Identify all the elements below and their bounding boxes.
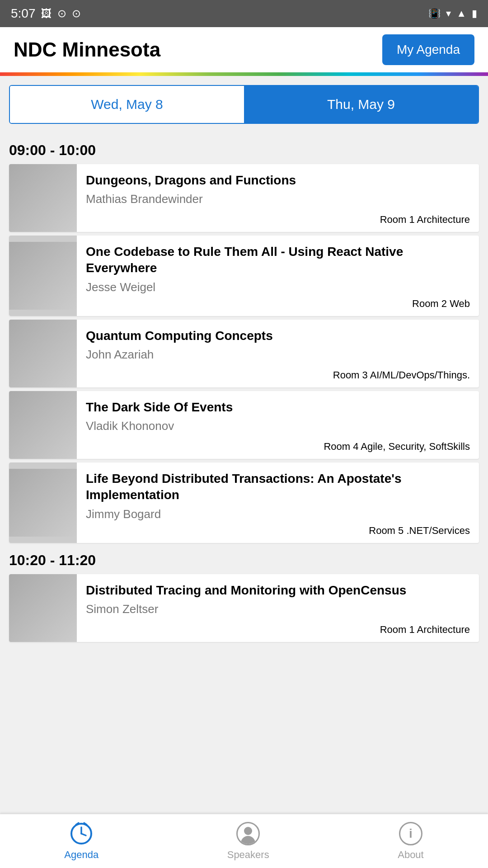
session-room: Room 1 Architecture [86, 624, 470, 636]
status-right-icons: 📳 ▾ ▲ ▮ [428, 8, 477, 19]
session-speaker: Jimmy Bogard [86, 507, 470, 521]
bottom-nav: Agenda Speakers i About [0, 814, 488, 868]
session-room: Room 1 Architecture [86, 214, 470, 226]
info-circle-icon: i [399, 822, 422, 845]
nav-item-speakers[interactable]: Speakers [209, 817, 287, 865]
signal-icon: ▲ [456, 8, 466, 19]
session-title: The Dark Side Of Events [86, 399, 470, 415]
session-thumb [9, 391, 77, 459]
session-speaker: Jesse Weigel [86, 280, 470, 294]
avatar-simon [9, 574, 77, 642]
tab-wed[interactable]: Wed, May 8 [10, 86, 244, 123]
session-room: Room 2 Web [86, 298, 470, 310]
nav-label-about: About [398, 849, 424, 861]
session-speaker: Mathias Brandewinder [86, 192, 470, 206]
session-speaker: John Azariah [86, 348, 470, 362]
avatar-mathias [9, 164, 77, 232]
wifi-icon: ▾ [446, 8, 451, 19]
session-card[interactable]: Distributed Tracing and Monitoring with … [9, 574, 479, 642]
about-icon: i [399, 822, 422, 845]
person-head [244, 827, 252, 835]
my-agenda-button[interactable]: My Agenda [382, 34, 474, 65]
session-title: One Codebase to Rule Them All - Using Re… [86, 244, 470, 277]
session-card[interactable]: Quantum Computing Concepts John Azariah … [9, 320, 479, 387]
person-body [241, 836, 255, 844]
session-info: Life Beyond Distributed Transactions: An… [77, 462, 479, 543]
session-card[interactable]: Life Beyond Distributed Transactions: An… [9, 462, 479, 543]
time-slot-2-header: 10:20 - 11:20 [9, 552, 479, 569]
svg-line-2 [81, 834, 86, 835]
avatar-vladik [9, 391, 77, 459]
session-room: Room 4 Agile, Security, SoftSkills [86, 441, 470, 453]
session-info: Quantum Computing Concepts John Azariah … [77, 320, 479, 387]
session-title: Quantum Computing Concepts [86, 328, 470, 344]
top-bar: NDC Minnesota My Agenda [0, 27, 488, 72]
session-title: Life Beyond Distributed Transactions: An… [86, 471, 470, 504]
status-bar: 5:07 🖼 ⊙ ⊙ 📳 ▾ ▲ ▮ [0, 0, 488, 27]
session-thumb [9, 462, 77, 543]
session-room: Room 3 AI/ML/DevOps/Things. [86, 369, 470, 381]
session-title: Dungeons, Dragons and Functions [86, 172, 470, 189]
avatar-jesse [9, 242, 77, 310]
schedule-content: 09:00 - 10:00 Dungeons, Dragons and Func… [0, 124, 488, 700]
photo-icon: 🖼 [41, 7, 52, 20]
session-thumb [9, 236, 77, 316]
avatar-john [9, 320, 77, 387]
status-time: 5:07 [11, 6, 36, 21]
nav-label-agenda: Agenda [64, 849, 99, 861]
session-thumb [9, 320, 77, 387]
time-slot-1-header: 09:00 - 10:00 [9, 142, 479, 159]
session-title: Distributed Tracing and Monitoring with … [86, 582, 470, 599]
session-speaker: Simon Zeltser [86, 602, 470, 616]
battery-icon: ▮ [472, 8, 477, 19]
session-card[interactable]: The Dark Side Of Events Vladik Khononov … [9, 391, 479, 459]
rainbow-bar [0, 72, 488, 76]
avatar-jimmy [9, 469, 77, 537]
session-thumb [9, 574, 77, 642]
app-title: NDC Minnesota [14, 38, 160, 61]
session-info: Distributed Tracing and Monitoring with … [77, 574, 479, 642]
nav-item-agenda[interactable]: Agenda [46, 817, 117, 865]
tab-thu[interactable]: Thu, May 9 [244, 86, 478, 123]
session-info: The Dark Side Of Events Vladik Khononov … [77, 391, 479, 459]
instagram-icon-1: ⊙ [57, 7, 66, 20]
session-card[interactable]: Dungeons, Dragons and Functions Mathias … [9, 164, 479, 232]
speakers-icon [236, 822, 260, 845]
instagram-icon-2: ⊙ [72, 7, 81, 20]
agenda-icon [70, 822, 93, 845]
vibrate-icon: 📳 [428, 8, 441, 19]
person-circle-icon [236, 822, 260, 845]
session-thumb [9, 164, 77, 232]
session-info: One Codebase to Rule Them All - Using Re… [77, 236, 479, 316]
nav-label-speakers: Speakers [227, 849, 269, 861]
session-speaker: Vladik Khononov [86, 419, 470, 433]
session-room: Room 5 .NET/Services [86, 525, 470, 537]
session-card[interactable]: One Codebase to Rule Them All - Using Re… [9, 236, 479, 316]
session-info: Dungeons, Dragons and Functions Mathias … [77, 164, 479, 232]
nav-item-about[interactable]: i About [380, 817, 442, 865]
day-tabs: Wed, May 8 Thu, May 9 [9, 85, 479, 124]
